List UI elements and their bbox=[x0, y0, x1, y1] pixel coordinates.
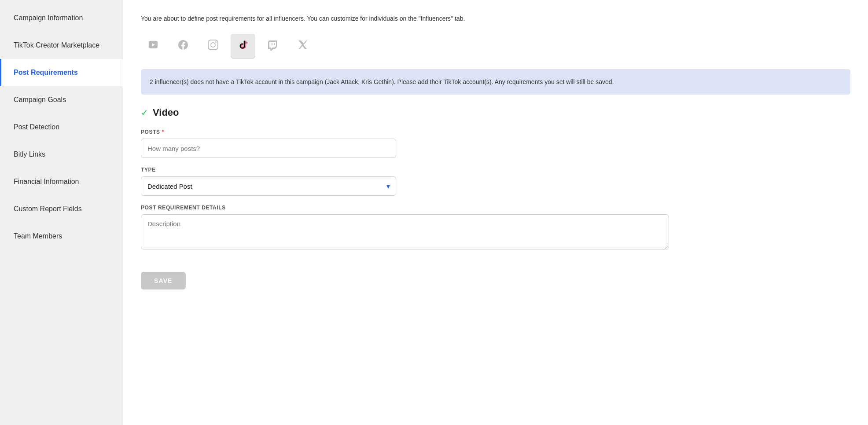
sidebar-item-custom-report-fields[interactable]: Custom Report Fields bbox=[0, 195, 123, 223]
details-field-group: POST REQUIREMENT DETAILS bbox=[141, 205, 850, 251]
sidebar-item-post-requirements[interactable]: Post Requirements bbox=[0, 59, 123, 86]
tiktok-platform-btn[interactable] bbox=[231, 34, 255, 59]
sidebar-item-financial-information[interactable]: Financial Information bbox=[0, 168, 123, 195]
instagram-icon bbox=[207, 39, 219, 54]
x-platform-btn[interactable] bbox=[291, 34, 315, 59]
alert-text: 2 influencer(s) does not have a TikTok a… bbox=[150, 78, 614, 85]
x-icon bbox=[297, 39, 309, 54]
main-content: You are about to define post requirement… bbox=[123, 0, 868, 425]
sidebar-item-campaign-goals[interactable]: Campaign Goals bbox=[0, 86, 123, 114]
required-star: * bbox=[162, 129, 164, 135]
posts-label: POSTS * bbox=[141, 129, 850, 135]
alert-banner: 2 influencer(s) does not have a TikTok a… bbox=[141, 69, 850, 95]
svg-rect-4 bbox=[274, 43, 275, 45]
svg-point-2 bbox=[211, 43, 215, 47]
details-label: POST REQUIREMENT DETAILS bbox=[141, 205, 850, 211]
sidebar-item-team-members[interactable]: Team Members bbox=[0, 223, 123, 250]
twitch-icon bbox=[267, 39, 279, 54]
svg-rect-1 bbox=[208, 40, 218, 50]
type-select[interactable]: Dedicated PostIntegrated PostStory bbox=[141, 176, 396, 196]
sidebar-item-bitly-links[interactable]: Bitly Links bbox=[0, 141, 123, 168]
posts-field-group: POSTS * bbox=[141, 129, 850, 158]
sidebar-item-post-detection[interactable]: Post Detection bbox=[0, 114, 123, 141]
info-text: You are about to define post requirement… bbox=[141, 14, 850, 23]
youtube-platform-btn[interactable] bbox=[141, 34, 166, 59]
instagram-platform-btn[interactable] bbox=[201, 34, 225, 59]
details-textarea[interactable] bbox=[141, 214, 669, 249]
type-select-wrapper: Dedicated PostIntegrated PostStory ▾ bbox=[141, 176, 396, 196]
sidebar-item-tiktok-creator-marketplace[interactable]: TikTok Creator Marketplace bbox=[0, 32, 123, 59]
type-label: TYPE bbox=[141, 167, 850, 173]
twitch-platform-btn[interactable] bbox=[261, 34, 285, 59]
platform-icons-row bbox=[141, 34, 850, 59]
facebook-icon bbox=[177, 39, 189, 54]
video-check-icon: ✓ bbox=[141, 107, 148, 118]
svg-point-3 bbox=[215, 41, 217, 43]
sidebar-item-campaign-information[interactable]: Campaign Information bbox=[0, 4, 123, 32]
facebook-platform-btn[interactable] bbox=[171, 34, 195, 59]
sidebar: Campaign InformationTikTok Creator Marke… bbox=[0, 0, 123, 425]
section-title: Video bbox=[153, 107, 179, 118]
youtube-icon bbox=[147, 39, 159, 54]
save-button[interactable]: SAVE bbox=[141, 272, 186, 289]
posts-input[interactable] bbox=[141, 139, 396, 158]
type-field-group: TYPE Dedicated PostIntegrated PostStory … bbox=[141, 167, 850, 196]
section-header: ✓ Video bbox=[141, 107, 850, 118]
tiktok-icon bbox=[237, 39, 249, 54]
svg-rect-5 bbox=[272, 43, 272, 45]
